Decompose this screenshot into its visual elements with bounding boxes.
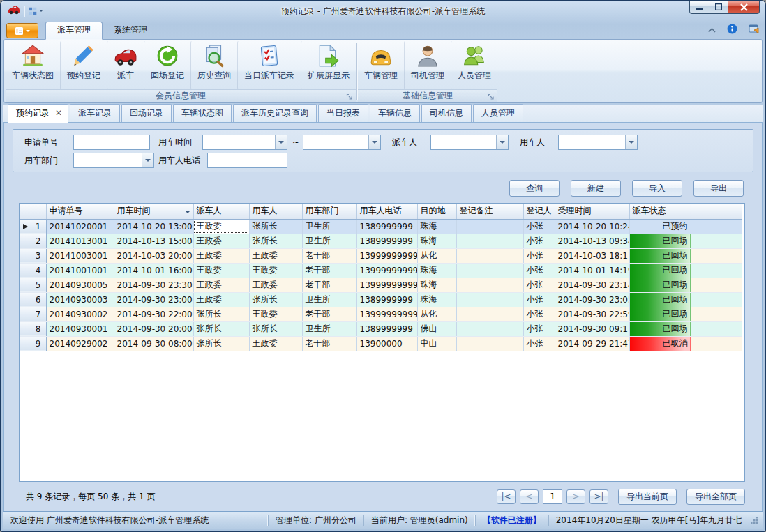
- cell-destination[interactable]: 从化: [417, 307, 456, 321]
- cell-dept[interactable]: 卫生所: [302, 219, 356, 234]
- cell-destination[interactable]: 珠海: [417, 292, 456, 307]
- order-no-input[interactable]: [73, 135, 150, 150]
- ribbon-button-today-dispatch-record[interactable]: 当日派车记录: [237, 41, 301, 89]
- cell-dispatcher[interactable]: 王政委: [193, 292, 249, 307]
- cell-user[interactable]: 王政委: [249, 248, 302, 263]
- row-selector[interactable]: 8: [20, 321, 46, 336]
- cell-accepted-time[interactable]: 2014-10-20 10:24: [555, 219, 629, 234]
- cell-dept[interactable]: 卫生所: [302, 321, 356, 336]
- cell-order-no[interactable]: 20141003001: [46, 248, 114, 263]
- ribbon-collapse-icon[interactable]: [708, 25, 716, 35]
- cell-destination[interactable]: 从化: [417, 248, 456, 263]
- doc-tab-vehicle-status-map[interactable]: 车辆状态图: [173, 104, 232, 122]
- cell-user[interactable]: 张所长: [249, 219, 302, 234]
- export-button[interactable]: 导出: [693, 180, 744, 197]
- cell-dept[interactable]: 老干部: [302, 307, 356, 321]
- cell-dispatcher[interactable]: 张所长: [193, 307, 249, 321]
- cell-accepted-time[interactable]: 2014-09-29 21:47: [555, 336, 629, 351]
- cell-dispatch-status[interactable]: 已回场: [629, 292, 691, 307]
- cell-destination[interactable]: 珠海: [417, 219, 456, 234]
- row-selector[interactable]: 6: [20, 292, 46, 307]
- import-button[interactable]: 导入: [632, 180, 682, 197]
- header-dispatch-status[interactable]: 派车状态: [629, 204, 691, 219]
- export-current-page-button[interactable]: 导出当前页: [618, 489, 677, 505]
- close-button[interactable]: [728, 1, 760, 14]
- cell-use-time[interactable]: 2014-09-30 08:00: [114, 336, 193, 351]
- cell-note[interactable]: [456, 219, 523, 234]
- cell-note[interactable]: [456, 336, 523, 351]
- cell-order-no[interactable]: 20140930002: [46, 307, 114, 321]
- header-user[interactable]: 用车人: [249, 204, 302, 219]
- cell-phone[interactable]: 1389999999: [356, 321, 417, 336]
- pager-next-button[interactable]: >: [566, 489, 585, 504]
- ribbon-button-dispatch[interactable]: 派车: [107, 41, 144, 89]
- cell-registrar[interactable]: 小张: [523, 336, 555, 351]
- cell-registrar[interactable]: 小张: [523, 307, 555, 321]
- cell-phone[interactable]: 1389999999: [356, 292, 417, 307]
- cell-registrar[interactable]: 小张: [523, 248, 555, 263]
- cell-destination[interactable]: 珠海: [417, 263, 456, 278]
- cell-phone[interactable]: 1389999999: [356, 234, 417, 248]
- cell-phone[interactable]: 13999999999: [356, 278, 417, 292]
- cell-dispatch-status[interactable]: 已回场: [629, 321, 691, 336]
- cell-dispatch-status[interactable]: 已回场: [629, 248, 691, 263]
- query-button[interactable]: 查询: [509, 180, 560, 197]
- header-row-selector[interactable]: [20, 204, 46, 219]
- ribbon-button-return-register[interactable]: 回场登记: [144, 41, 190, 89]
- header-phone[interactable]: 用车人电话: [356, 204, 417, 219]
- cell-note[interactable]: [456, 263, 523, 278]
- cell-phone[interactable]: 1389999999: [356, 219, 417, 234]
- cell-dispatcher[interactable]: 王政委: [193, 248, 249, 263]
- ribbon-button-history-query[interactable]: 历史查询: [190, 41, 237, 89]
- cell-phone[interactable]: 13999999999: [356, 307, 417, 321]
- header-dept[interactable]: 用车部门: [302, 204, 356, 219]
- cell-note[interactable]: [456, 248, 523, 263]
- user-select[interactable]: [558, 135, 638, 150]
- cell-user[interactable]: 王政委: [249, 278, 302, 292]
- dept-select[interactable]: [73, 153, 154, 168]
- pager-prev-button[interactable]: <: [520, 489, 539, 504]
- cell-dispatch-status[interactable]: 已预约: [629, 219, 691, 234]
- cell-dispatcher[interactable]: 张所长: [193, 336, 249, 351]
- ribbon-button-driver-manage[interactable]: 司机管理: [404, 41, 451, 89]
- row-selector[interactable]: 2: [20, 234, 46, 248]
- cell-dispatch-status[interactable]: 已取消: [629, 336, 691, 351]
- cell-use-time[interactable]: 2014-09-30 23:00: [114, 292, 193, 307]
- minimize-button[interactable]: [689, 1, 709, 14]
- doc-tab-today-report[interactable]: 当日报表: [318, 104, 368, 122]
- ribbon-button-extend-screen[interactable]: 扩展屏显示: [301, 41, 356, 89]
- row-selector[interactable]: 4: [20, 263, 46, 278]
- maximize-button[interactable]: [709, 1, 728, 14]
- cell-accepted-time[interactable]: 2014-09-30 09:17: [555, 321, 629, 336]
- cell-destination[interactable]: 珠海: [417, 278, 456, 292]
- cell-user[interactable]: 张所长: [249, 292, 302, 307]
- cell-dept[interactable]: 老干部: [302, 263, 356, 278]
- ribbon-button-reservation-register[interactable]: 预约登记: [60, 41, 107, 89]
- dialog-launcher-icon[interactable]: [346, 93, 353, 102]
- cell-order-no[interactable]: 20141001001: [46, 263, 114, 278]
- cell-use-time[interactable]: 2014-10-20 13:00: [114, 219, 193, 234]
- cell-note[interactable]: [456, 321, 523, 336]
- cell-use-time[interactable]: 2014-10-01 16:00: [114, 263, 193, 278]
- resize-grip[interactable]: [750, 516, 759, 529]
- cell-user[interactable]: 张所长: [249, 321, 302, 336]
- app-menu-button[interactable]: [6, 23, 38, 38]
- cell-destination[interactable]: 中山: [417, 336, 456, 351]
- cell-user[interactable]: 张所长: [249, 234, 302, 248]
- cell-order-no[interactable]: 20140929002: [46, 336, 114, 351]
- cell-destination[interactable]: 珠海: [417, 234, 456, 248]
- cell-user[interactable]: 王政委: [249, 307, 302, 321]
- cell-accepted-time[interactable]: 2014-10-01 14:19: [555, 263, 629, 278]
- cell-use-time[interactable]: 2014-09-30 22:00: [114, 307, 193, 321]
- doc-tab-dispatch-history-query[interactable]: 派车历史记录查询: [233, 104, 317, 122]
- cell-dispatch-status[interactable]: 已回场: [629, 234, 691, 248]
- cell-registrar[interactable]: 小张: [523, 292, 555, 307]
- header-registrar[interactable]: 登记人: [523, 204, 555, 219]
- cell-registrar[interactable]: 小张: [523, 234, 555, 248]
- pager-first-button[interactable]: |<: [497, 489, 516, 504]
- cell-registrar[interactable]: 小张: [523, 263, 555, 278]
- tab-close-icon[interactable]: ✕: [55, 108, 62, 118]
- pager-page-input[interactable]: [543, 489, 562, 504]
- cell-note[interactable]: [456, 307, 523, 321]
- ribbon-button-vehicle-manage[interactable]: 车辆管理: [358, 41, 404, 89]
